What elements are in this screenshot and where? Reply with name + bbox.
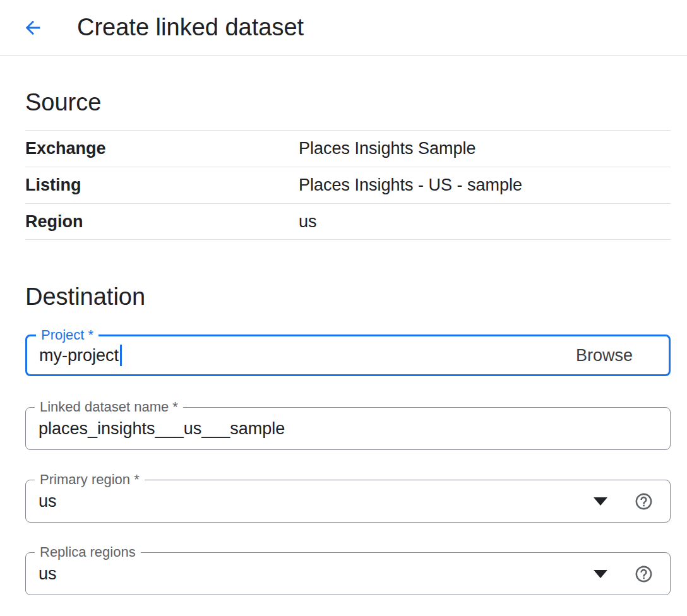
region-label: Region: [25, 212, 299, 232]
text-cursor: [120, 345, 122, 366]
chevron-down-icon[interactable]: [594, 570, 607, 578]
destination-section: Destination Project * my-project Browse …: [25, 281, 671, 595]
source-section: Source Exchange Places Insights Sample L…: [25, 87, 671, 240]
help-circle-icon: [634, 492, 654, 511]
replica-regions-select[interactable]: Replica regions us: [25, 552, 671, 595]
exchange-label: Exchange: [25, 139, 299, 158]
listing-label: Listing: [25, 175, 299, 195]
table-row-listing: Listing Places Insights - US - sample: [25, 167, 671, 203]
linked-dataset-name-value: places_insights___us___sample: [39, 419, 285, 439]
primary-region-help-button[interactable]: [633, 491, 654, 511]
exchange-value: Places Insights Sample: [299, 139, 476, 158]
browse-button[interactable]: Browse: [576, 346, 633, 365]
listing-value: Places Insights - US - sample: [299, 175, 522, 195]
region-value: us: [299, 212, 317, 232]
back-arrow-icon: [22, 17, 44, 38]
back-button[interactable]: [20, 15, 45, 40]
page-title: Create linked dataset: [77, 14, 304, 41]
chevron-down-icon[interactable]: [594, 497, 607, 506]
primary-region-select[interactable]: Primary region * us: [25, 480, 671, 523]
table-row-region: Region us: [25, 203, 671, 240]
source-heading: Source: [25, 87, 671, 117]
primary-region-label: Primary region *: [35, 471, 145, 489]
page-header: Create linked dataset: [0, 0, 687, 56]
project-field-value: my-project: [39, 346, 119, 365]
table-row-exchange: Exchange Places Insights Sample: [25, 130, 671, 167]
primary-region-value: us: [39, 492, 594, 511]
destination-heading: Destination: [25, 281, 671, 312]
main-content: Source Exchange Places Insights Sample L…: [0, 87, 687, 595]
replica-regions-help-button[interactable]: [633, 564, 654, 584]
replica-regions-label: Replica regions: [35, 543, 141, 561]
replica-regions-value: us: [39, 564, 594, 584]
source-table: Exchange Places Insights Sample Listing …: [25, 130, 671, 240]
linked-dataset-name-label: Linked dataset name *: [35, 398, 183, 416]
project-field[interactable]: Project * my-project Browse: [25, 335, 671, 376]
project-field-label: Project *: [36, 326, 99, 344]
linked-dataset-name-field[interactable]: Linked dataset name * places_insights___…: [25, 407, 671, 450]
help-circle-icon: [634, 564, 654, 584]
